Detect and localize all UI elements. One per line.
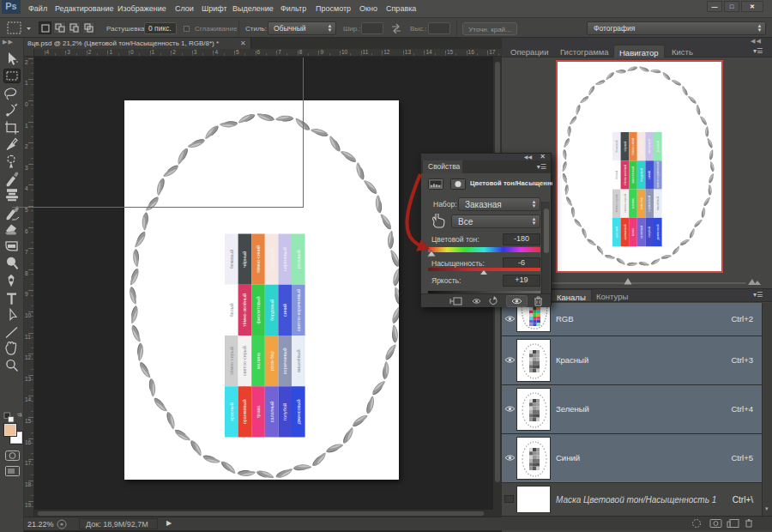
svg-text:бежевый: бежевый <box>229 250 234 269</box>
svg-text:трава: трава <box>256 405 261 418</box>
svg-text:тёмно-зелёный: тёмно-зелёный <box>624 165 627 185</box>
svg-text:чёрный: чёрный <box>242 251 247 268</box>
svg-text:телесный: телесный <box>640 140 643 153</box>
svg-text:белый: белый <box>229 303 234 317</box>
svg-text:розовый: розовый <box>656 141 660 152</box>
svg-text:оранжевый: оранжевый <box>624 224 627 239</box>
svg-text:голубой: голубой <box>282 403 287 420</box>
svg-text:синий: синий <box>282 304 287 317</box>
svg-text:тёмно-синий: тёмно-синий <box>256 245 261 273</box>
svg-text:светло-коричневый: светло-коричневый <box>296 289 301 332</box>
svg-text:малина: малина <box>631 198 635 209</box>
svg-text:коричневый: коричневый <box>648 196 651 212</box>
svg-text:вишнёвый: вишнёвый <box>656 196 660 210</box>
svg-text:тёмно-зелёный: тёмно-зелёный <box>242 293 247 327</box>
svg-text:белый: белый <box>615 171 618 179</box>
svg-text:оранжевый: оранжевый <box>242 399 247 424</box>
svg-text:красный: красный <box>615 227 618 238</box>
svg-text:сиреневый: сиреневый <box>648 139 651 154</box>
svg-text:вишнёвый: вишнёвый <box>296 349 301 372</box>
svg-text:красный: красный <box>229 402 234 420</box>
svg-text:салатный: салатный <box>269 402 274 423</box>
svg-text:трава: трава <box>631 228 635 236</box>
svg-text:бордовый: бордовый <box>640 168 643 182</box>
svg-text:фиолетовый: фиолетовый <box>631 166 635 184</box>
svg-text:светло-серый: светло-серый <box>242 346 247 376</box>
svg-text:фиолетовый: фиолетовый <box>256 296 261 323</box>
svg-text:коричневый: коричневый <box>282 348 287 374</box>
svg-text:светло-коричневый: светло-коричневый <box>656 162 660 189</box>
svg-text:розовый: розовый <box>296 250 301 269</box>
svg-text:синий: синий <box>648 171 651 178</box>
svg-text:роза-бар: роза-бар <box>269 351 274 371</box>
svg-text:телесный: телесный <box>269 249 274 269</box>
svg-text:бордовый: бордовый <box>269 299 274 321</box>
svg-text:роза-бар: роза-бар <box>640 197 643 209</box>
svg-text:тёмно-синий: тёмно-синий <box>631 138 635 155</box>
svg-text:салатный: салатный <box>640 226 643 239</box>
svg-text:чёрный: чёрный <box>624 142 627 152</box>
svg-text:джинсовый: джинсовый <box>296 399 301 424</box>
svg-text:голубой: голубой <box>648 227 651 238</box>
svg-text:бежевый: бежевый <box>615 141 618 153</box>
svg-text:джинсовый: джинсовый <box>656 225 660 240</box>
svg-text:сиреневый: сиреневый <box>282 247 287 271</box>
svg-text:светло-серый: светло-серый <box>624 194 627 213</box>
svg-text:тёмно-серый: тёмно-серый <box>229 347 234 375</box>
svg-text:тёмно-серый: тёмно-серый <box>615 195 618 213</box>
svg-text:малина: малина <box>256 352 261 369</box>
